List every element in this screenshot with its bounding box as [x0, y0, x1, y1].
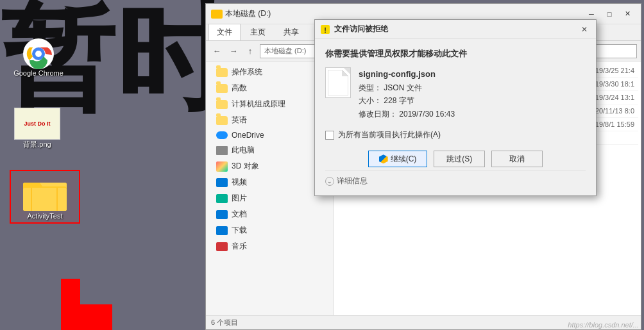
svg-point-3: [35, 51, 42, 57]
tab-home[interactable]: 主页: [242, 24, 274, 40]
file-icon-large: [325, 67, 351, 98]
sidebar-label: 此电脑: [232, 145, 255, 156]
sidebar-label: 音乐: [232, 241, 247, 252]
filetype-row: 类型： JSON 文件: [359, 81, 455, 94]
maximize-button[interactable]: □: [601, 8, 618, 21]
dialog-close-button[interactable]: ✕: [578, 23, 591, 36]
activity-folder-icon: [22, 174, 68, 212]
computer-icon: [216, 146, 228, 155]
sidebar-label: 文档: [232, 209, 247, 220]
pictures-icon: [216, 194, 228, 203]
filedate-value: 2019/7/30 16:43: [399, 110, 455, 119]
cancel-button[interactable]: 取消: [491, 151, 543, 167]
url-bar: https://blog.csdn.net/...: [568, 321, 639, 329]
folder-icon: [216, 68, 228, 77]
download-icon: [216, 226, 228, 235]
json-file-icon: [328, 70, 348, 95]
sidebar-label: 计算机组成原理: [232, 99, 285, 110]
justdoit-text: Just Do It: [24, 120, 50, 128]
dialog-titlebar: ! 文件访问被拒绝 ✕: [315, 20, 596, 39]
explorer-title-folder-icon: [211, 10, 223, 19]
dialog-title: 文件访问被拒绝: [334, 24, 578, 35]
folder-icon: [216, 116, 228, 125]
chevron-down-icon: ⌄: [325, 177, 334, 186]
sidebar-label: 下载: [232, 225, 247, 236]
music-icon: [216, 242, 228, 251]
docs-icon: [216, 210, 228, 219]
filename: signing-config.json: [359, 67, 455, 81]
sidebar-label: 3D 对象: [232, 161, 259, 172]
sidebar-label: 视频: [232, 177, 247, 188]
sidebar-item-docs[interactable]: 文档: [206, 206, 334, 222]
svg-text:!: !: [324, 26, 326, 34]
3d-icon: [216, 161, 228, 172]
statusbar-text: 6 个项目: [211, 318, 238, 327]
details-row[interactable]: ⌄ 详细信息: [325, 170, 586, 186]
checkbox-label: 为所有当前项目执行此操作(A): [338, 129, 441, 140]
sidebar-item-music[interactable]: 音乐: [206, 238, 334, 254]
sidebar-label: 英语: [232, 115, 247, 126]
minimize-button[interactable]: ─: [583, 8, 600, 21]
skip-label: 跳过(S): [446, 154, 472, 165]
sidebar-label: 图片: [232, 193, 247, 204]
window-controls: ─ □ ✕: [583, 8, 636, 21]
sidebar-label: 高数: [232, 83, 247, 94]
dialog-file-info: signing-config.json 类型： JSON 文件 大小： 228 …: [325, 67, 586, 120]
address-text: 本地磁盘 (D:): [264, 46, 306, 56]
details-label: 详细信息: [337, 176, 368, 186]
chrome-icon: [23, 38, 54, 69]
red-shape-1: [61, 279, 80, 330]
filesize-value: 228 字节: [384, 96, 414, 105]
red-shape-2: [80, 304, 112, 330]
explorer-title: 本地磁盘 (D:): [225, 8, 583, 19]
chrome-label: Google Chrome: [13, 69, 64, 77]
tab-share[interactable]: 共享: [275, 24, 307, 40]
filedate-label: 修改日期：: [359, 110, 397, 119]
cancel-label: 取消: [509, 154, 525, 165]
justdoit-label: 背景.png: [23, 140, 51, 149]
dialog-buttons: 继续(C) 跳过(S) 取消: [325, 151, 586, 167]
desktop: 暂时 Google Chrome Just Do It 背景.png: [0, 0, 644, 330]
sidebar-item-download[interactable]: 下载: [206, 222, 334, 238]
filetype-label: 类型：: [359, 83, 382, 92]
justdoit-desktop-icon[interactable]: Just Do It 背景.png: [12, 108, 63, 149]
checkbox-row: 为所有当前项目执行此操作(A): [325, 129, 586, 140]
video-icon: [216, 178, 228, 187]
activity-label: ActivityTest: [27, 212, 62, 220]
folder-icon: [216, 100, 228, 109]
svg-rect-7: [23, 188, 67, 211]
url-text: https://blog.csdn.net/...: [568, 321, 639, 329]
activity-test-icon[interactable]: ActivityTest: [10, 170, 80, 224]
apply-all-checkbox[interactable]: [325, 131, 334, 140]
onedrive-icon: [216, 131, 228, 139]
tab-file[interactable]: 文件: [208, 24, 241, 40]
dialog-title-icon: !: [320, 24, 330, 35]
forward-button[interactable]: →: [226, 44, 241, 58]
chrome-desktop-icon[interactable]: Google Chrome: [13, 38, 64, 77]
close-button[interactable]: ✕: [619, 8, 636, 21]
filesize-label: 大小：: [359, 96, 382, 105]
dialog-main-text: 你需要提供管理员权限才能移动此文件: [325, 48, 586, 60]
up-button[interactable]: ↑: [243, 44, 257, 58]
access-denied-dialog: ! 文件访问被拒绝 ✕ 你需要提供管理员权限才能移动此文件 signing-co…: [314, 19, 597, 196]
file-details: signing-config.json 类型： JSON 文件 大小： 228 …: [359, 67, 455, 120]
continue-label: 继续(C): [391, 154, 417, 165]
back-button[interactable]: ←: [210, 44, 224, 58]
skip-button[interactable]: 跳过(S): [434, 151, 485, 167]
filesize-row: 大小： 228 字节: [359, 94, 455, 107]
dialog-body: 你需要提供管理员权限才能移动此文件 signing-config.json 类型…: [315, 39, 596, 195]
filetype-value: JSON 文件: [384, 83, 421, 92]
shield-icon: [379, 154, 388, 163]
sidebar-label: OneDrive: [232, 131, 264, 140]
justdoit-image: Just Do It: [14, 108, 60, 140]
filedate-row: 修改日期： 2019/7/30 16:43: [359, 108, 455, 120]
folder-icon: [216, 84, 228, 93]
continue-button[interactable]: 继续(C): [368, 151, 428, 167]
sidebar-label: 操作系统: [232, 67, 262, 78]
